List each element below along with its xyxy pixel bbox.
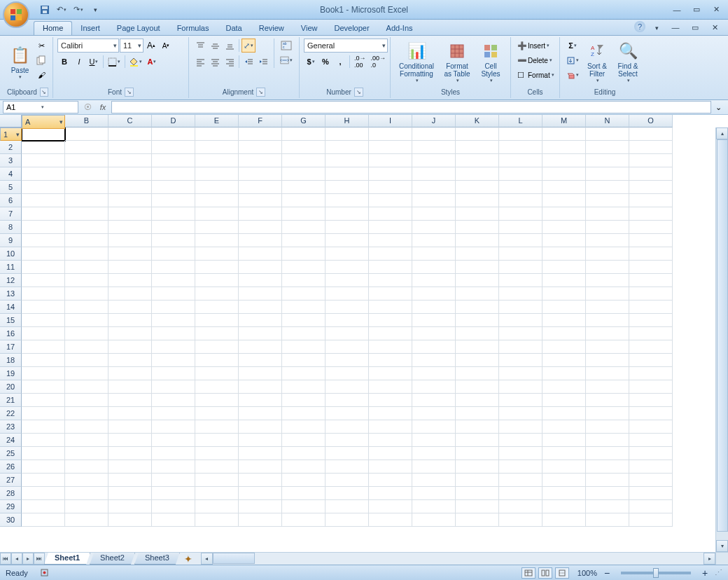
cell-L10[interactable] <box>499 247 542 261</box>
cell-E5[interactable] <box>195 181 239 194</box>
first-sheet-icon[interactable]: ⏮ <box>0 553 11 565</box>
cell-B23[interactable] <box>65 420 108 434</box>
cell-E23[interactable] <box>195 420 239 434</box>
cell-J11[interactable] <box>412 261 456 274</box>
cell-O17[interactable] <box>629 340 673 354</box>
cell-C13[interactable] <box>108 287 152 301</box>
cell-M14[interactable] <box>542 301 586 314</box>
row-header-29[interactable]: 29 <box>0 500 22 513</box>
cell-L8[interactable] <box>499 221 542 234</box>
cell-C27[interactable] <box>108 474 152 487</box>
cell-O13[interactable] <box>629 287 673 301</box>
cell-H9[interactable] <box>326 234 369 247</box>
cell-C6[interactable] <box>108 194 152 207</box>
cell-F7[interactable] <box>239 207 282 221</box>
cell-H5[interactable] <box>326 181 369 194</box>
cell-A15[interactable] <box>22 314 65 327</box>
align-middle-icon[interactable] <box>208 39 222 53</box>
cell-G21[interactable] <box>282 394 326 407</box>
tab-home[interactable]: Home <box>34 21 72 35</box>
cell-F1[interactable] <box>239 127 282 141</box>
office-button[interactable] <box>3 1 29 28</box>
row-header-27[interactable]: 27 <box>0 474 22 487</box>
cell-E16[interactable] <box>195 327 239 340</box>
cell-L5[interactable] <box>499 181 542 194</box>
cell-M25[interactable] <box>542 447 586 460</box>
cell-J10[interactable] <box>412 247 456 261</box>
cell-A19[interactable] <box>22 367 65 380</box>
decrease-indent-icon[interactable] <box>241 55 255 69</box>
row-header-14[interactable]: 14 <box>0 301 22 314</box>
column-header-I[interactable]: I <box>369 115 412 127</box>
cell-F19[interactable] <box>239 367 282 380</box>
cell-G9[interactable] <box>282 234 326 247</box>
cell-J30[interactable] <box>412 513 456 527</box>
cell-I8[interactable] <box>369 221 412 234</box>
cell-I3[interactable] <box>369 154 412 167</box>
column-header-G[interactable]: G <box>282 115 326 127</box>
cell-C20[interactable] <box>108 380 152 394</box>
cell-F4[interactable] <box>239 167 282 181</box>
cell-I20[interactable] <box>369 380 412 394</box>
cell-L7[interactable] <box>499 207 542 221</box>
row-header-19[interactable]: 19 <box>0 367 22 380</box>
cell-F18[interactable] <box>239 354 282 367</box>
cell-G15[interactable] <box>282 314 326 327</box>
row-header-2[interactable]: 2 <box>0 141 22 154</box>
cell-M8[interactable] <box>542 221 586 234</box>
cell-D19[interactable] <box>152 367 195 380</box>
row-header-13[interactable]: 13 <box>0 287 22 301</box>
new-sheet-icon[interactable]: ✦ <box>180 553 197 565</box>
align-bottom-icon[interactable] <box>223 39 237 53</box>
cell-M16[interactable] <box>542 327 586 340</box>
cell-A29[interactable] <box>22 500 65 513</box>
cell-N27[interactable] <box>586 474 629 487</box>
cell-J16[interactable] <box>412 327 456 340</box>
conditional-formatting-button[interactable]: 📊Conditional Formatting▾ <box>395 39 438 85</box>
number-format-select[interactable]: General <box>304 39 388 53</box>
cell-D6[interactable] <box>152 194 195 207</box>
cell-C29[interactable] <box>108 500 152 513</box>
column-header-M[interactable]: M <box>542 115 586 127</box>
cell-H23[interactable] <box>326 420 369 434</box>
cell-D26[interactable] <box>152 460 195 474</box>
cell-E29[interactable] <box>195 500 239 513</box>
cell-O24[interactable] <box>629 434 673 447</box>
cell-D25[interactable] <box>152 447 195 460</box>
cell-F2[interactable] <box>239 141 282 154</box>
row-header-16[interactable]: 16 <box>0 327 22 340</box>
cell-N17[interactable] <box>586 340 629 354</box>
cell-K15[interactable] <box>456 314 499 327</box>
cell-K19[interactable] <box>456 367 499 380</box>
cell-B8[interactable] <box>65 221 108 234</box>
cell-O15[interactable] <box>629 314 673 327</box>
cell-I9[interactable] <box>369 234 412 247</box>
row-header-10[interactable]: 10 <box>0 247 22 261</box>
cell-J18[interactable] <box>412 354 456 367</box>
cell-J23[interactable] <box>412 420 456 434</box>
cell-E18[interactable] <box>195 354 239 367</box>
cell-I6[interactable] <box>369 194 412 207</box>
row-header-5[interactable]: 5 <box>0 181 22 194</box>
cell-E14[interactable] <box>195 301 239 314</box>
cell-F8[interactable] <box>239 221 282 234</box>
cell-B18[interactable] <box>65 354 108 367</box>
cell-H25[interactable] <box>326 447 369 460</box>
cell-E8[interactable] <box>195 221 239 234</box>
cell-H21[interactable] <box>326 394 369 407</box>
cell-styles-button[interactable]: Cell Styles▾ <box>476 39 505 85</box>
decrease-decimal-icon[interactable]: .00→.0 <box>369 55 388 69</box>
merge-center-icon[interactable]: ▾ <box>278 53 295 67</box>
cell-L24[interactable] <box>499 434 542 447</box>
cell-I30[interactable] <box>369 513 412 527</box>
cell-J15[interactable] <box>412 314 456 327</box>
number-launcher[interactable]: ↘ <box>354 88 363 97</box>
cell-C14[interactable] <box>108 301 152 314</box>
cell-N15[interactable] <box>586 314 629 327</box>
cell-I4[interactable] <box>369 167 412 181</box>
cell-K6[interactable] <box>456 194 499 207</box>
cell-M13[interactable] <box>542 287 586 301</box>
row-header-3[interactable]: 3 <box>0 154 22 167</box>
cell-H18[interactable] <box>326 354 369 367</box>
cell-B28[interactable] <box>65 487 108 500</box>
